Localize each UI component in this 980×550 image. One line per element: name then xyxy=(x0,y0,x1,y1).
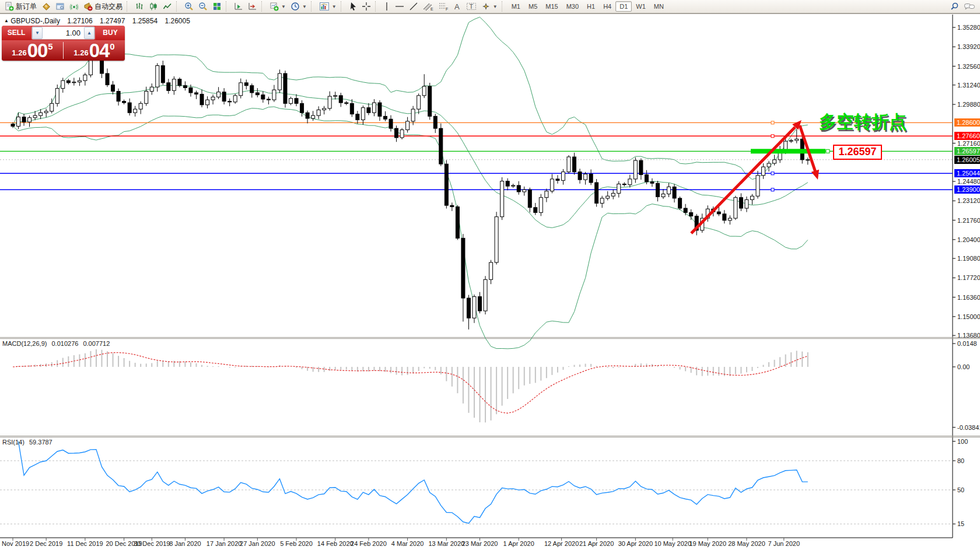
toolbar-separator xyxy=(375,1,379,12)
timeframe-h4[interactable]: H4 xyxy=(599,1,615,12)
chart-shift-icon xyxy=(248,2,257,11)
vertical-line-icon xyxy=(383,2,390,11)
volume-input[interactable]: 1.00 xyxy=(43,27,84,39)
autotrading-label: 自动交易 xyxy=(94,2,123,12)
trendline-icon xyxy=(409,2,418,11)
line-chart-button[interactable] xyxy=(160,0,174,13)
cursor-button[interactable] xyxy=(346,0,359,13)
equidistant-channel-icon: E xyxy=(423,2,433,11)
text-label-button[interactable]: T xyxy=(464,0,479,13)
price-tag-box[interactable]: 1.26597 xyxy=(833,145,882,160)
fibonacci-icon: F xyxy=(438,2,449,11)
window-icon xyxy=(55,2,65,11)
autotrading-button[interactable]: 自动交易 xyxy=(81,0,125,13)
new-order-button[interactable]: 新订单 xyxy=(2,0,39,13)
sell-price-pip: 5 xyxy=(48,41,52,51)
chat-button[interactable] xyxy=(961,0,978,13)
bar-chart-icon xyxy=(135,2,144,11)
svg-text:T: T xyxy=(469,3,473,10)
buy-button[interactable]: BUY xyxy=(96,26,125,40)
profiles-clock-icon xyxy=(290,2,300,11)
arrows-icon xyxy=(481,2,491,11)
horizontal-line-button[interactable] xyxy=(393,0,407,13)
channel-button[interactable]: E xyxy=(421,0,436,13)
chart-window[interactable]: ▲ GBPUSD-,Daily 1.27106 1.27497 1.25854 … xyxy=(0,13,980,550)
sell-price-prefix: 1.26 xyxy=(12,48,26,57)
cursor-icon xyxy=(349,2,357,11)
autotrading-icon xyxy=(83,2,93,11)
buy-price-pip: 0 xyxy=(110,41,114,51)
volume-stepper[interactable]: ▼ 1.00 ▲ xyxy=(32,26,95,40)
toolbar-separator xyxy=(311,1,315,12)
chat-icon xyxy=(964,2,975,11)
signals-button[interactable] xyxy=(67,0,81,13)
toolbar-separator xyxy=(176,1,180,12)
tile-windows-button[interactable] xyxy=(210,0,224,13)
zoom-in-icon xyxy=(184,2,194,11)
search-button[interactable] xyxy=(947,0,961,13)
metaeditor-button[interactable] xyxy=(39,0,53,13)
timeframe-d1[interactable]: D1 xyxy=(615,1,632,12)
volume-increase-button[interactable]: ▲ xyxy=(84,27,94,39)
svg-text:A: A xyxy=(454,2,460,11)
text-button[interactable]: A xyxy=(451,0,464,13)
text-icon: A xyxy=(453,2,461,11)
text-label-icon: T xyxy=(466,2,477,11)
timeframe-mn[interactable]: MN xyxy=(650,1,668,12)
tile-windows-icon xyxy=(212,2,222,11)
auto-scroll-button[interactable] xyxy=(232,0,246,13)
zoom-out-button[interactable] xyxy=(196,0,210,13)
indicators-icon xyxy=(319,2,330,11)
zoom-out-icon xyxy=(198,2,208,11)
profiles-button[interactable]: ▼ xyxy=(288,0,309,13)
timeframe-m15[interactable]: M15 xyxy=(541,1,562,12)
svg-text:F: F xyxy=(446,7,448,11)
new-order-label: 新订单 xyxy=(16,2,37,12)
timeframe-w1[interactable]: W1 xyxy=(632,1,650,12)
main-toolbar: 新订单 自动交易 ▼ ▼ xyxy=(0,0,980,13)
trendline-button[interactable] xyxy=(407,0,421,13)
crosshair-icon xyxy=(362,2,371,11)
toolbar-separator xyxy=(502,1,506,12)
chevron-down-icon: ▼ xyxy=(332,4,337,9)
horizontal-line-icon xyxy=(395,2,404,11)
arrows-button[interactable]: ▼ xyxy=(479,0,500,13)
zoom-in-button[interactable] xyxy=(182,0,196,13)
timeframe-m1[interactable]: M1 xyxy=(508,1,524,12)
chart-shift-button[interactable] xyxy=(246,0,260,13)
fibonacci-button[interactable]: F xyxy=(436,0,451,13)
buy-price-prefix: 1.26 xyxy=(74,48,88,57)
sell-price[interactable]: 1.26 00 5 xyxy=(2,40,63,61)
toolbar-separator xyxy=(226,1,230,12)
sell-price-big: 00 xyxy=(27,42,48,59)
signals-icon xyxy=(69,2,79,11)
line-chart-icon xyxy=(163,2,172,11)
one-click-trading-panel[interactable]: SELL ▼ 1.00 ▲ BUY 1.26 00 5 1.26 04 xyxy=(2,26,125,61)
turning-point-annotation[interactable]: 多空转折点 xyxy=(819,110,907,134)
new-chart-button[interactable]: ▼ xyxy=(267,0,288,13)
bar-chart-button[interactable] xyxy=(132,0,146,13)
timeframe-m30[interactable]: M30 xyxy=(562,1,583,12)
toolbar-separator xyxy=(261,1,265,12)
market-watch-button[interactable] xyxy=(53,0,67,13)
search-icon xyxy=(950,2,959,11)
crosshair-button[interactable] xyxy=(359,0,373,13)
buy-price-big: 04 xyxy=(89,42,110,59)
timeframe-m5[interactable]: M5 xyxy=(524,1,541,12)
buy-price[interactable]: 1.26 04 0 xyxy=(64,40,125,61)
sell-button[interactable]: SELL xyxy=(2,26,31,40)
svg-text:E: E xyxy=(430,7,433,11)
toolbar-separator xyxy=(341,1,345,12)
toolbar-separator xyxy=(127,1,131,12)
chart-canvas[interactable] xyxy=(0,13,980,550)
chevron-down-icon: ▼ xyxy=(302,4,307,9)
indicators-button[interactable]: ▼ xyxy=(317,0,339,13)
metaeditor-icon xyxy=(41,2,51,11)
chevron-down-icon: ▼ xyxy=(493,4,498,9)
auto-scroll-icon xyxy=(234,2,243,11)
vertical-line-button[interactable] xyxy=(381,0,393,13)
timeframe-h1[interactable]: H1 xyxy=(583,1,599,12)
volume-decrease-button[interactable]: ▼ xyxy=(32,27,43,39)
candlestick-chart-button[interactable] xyxy=(146,0,160,13)
chevron-down-icon: ▼ xyxy=(281,4,286,9)
